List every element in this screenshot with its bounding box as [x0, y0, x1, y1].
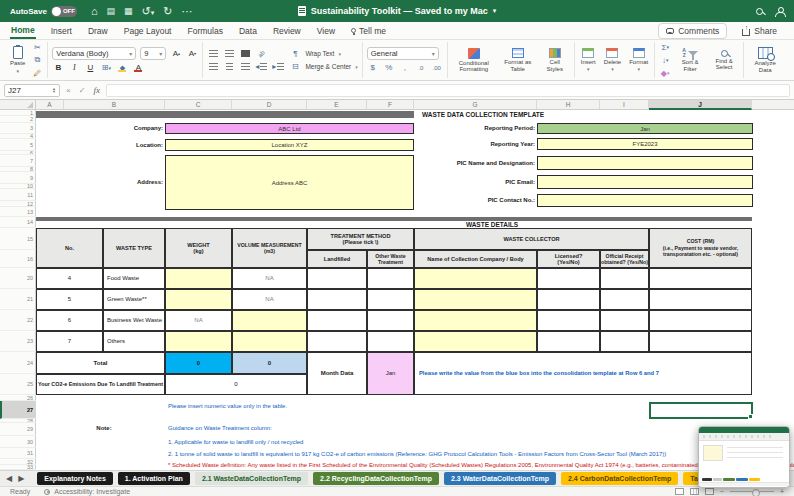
clear-button[interactable]: ◆▾ — [659, 68, 671, 79]
row-5-cost[interactable] — [649, 289, 752, 310]
fill-color-button[interactable]: ◆ — [116, 62, 128, 73]
row-4-landfilled[interactable] — [307, 268, 367, 289]
screenshot-thumbnail-preview[interactable] — [698, 426, 790, 488]
row-7-volume[interactable] — [232, 331, 307, 352]
row-7-weight[interactable] — [165, 331, 232, 352]
paste-button[interactable]: Paste▾ — [8, 45, 27, 75]
redo-icon[interactable]: ↻ — [163, 5, 172, 18]
save-icon[interactable]: ▤ — [107, 6, 116, 16]
row-6-receipt[interactable] — [600, 310, 649, 331]
row-7-landfilled[interactable] — [307, 331, 367, 352]
share-button[interactable]: Share — [735, 24, 784, 38]
font-size-select[interactable]: 9▾ — [140, 47, 166, 60]
find-select-button[interactable]: Find & Select — [709, 49, 739, 72]
row-4-other-treatment[interactable] — [367, 268, 414, 289]
ribbon-tab-home[interactable]: Home — [10, 23, 36, 39]
align-bottom-icon[interactable] — [239, 48, 251, 59]
cancel-entry-icon[interactable]: × — [66, 86, 71, 95]
row-5-weight[interactable] — [165, 289, 232, 310]
zoom-slider[interactable] — [730, 491, 774, 492]
row-7-receipt[interactable] — [600, 331, 649, 352]
row-6-collection-company[interactable] — [414, 310, 537, 331]
row-7-licensed[interactable] — [537, 331, 600, 352]
column-header-J[interactable]: J — [649, 100, 752, 110]
column-header-E[interactable]: E — [307, 100, 367, 110]
ribbon-tab-insert[interactable]: Insert — [50, 24, 73, 38]
row-6-no[interactable]: 6 — [36, 310, 103, 331]
sheet-tab-explanatory-notes[interactable]: Explanatory Notes — [37, 472, 112, 485]
fill-button[interactable]: ↓▾ — [659, 55, 671, 66]
row-5-licensed[interactable] — [537, 289, 600, 310]
row-5-waste-type[interactable]: Green Waste** — [103, 289, 165, 310]
search-icon[interactable] — [756, 8, 763, 15]
form-field-address-[interactable]: Address ABC — [165, 155, 414, 210]
sheet-tab-2-4-carbondatacollectiontemp[interactable]: 2.4 CarbonDataCollectionTemp — [561, 472, 678, 485]
tabs-scroll-left-icon[interactable]: ◀ — [6, 474, 12, 483]
insert-cells-button[interactable]: Insert▾ — [579, 47, 598, 74]
form-field-pic-contact-no-[interactable] — [537, 194, 753, 207]
page-layout-view-icon[interactable] — [690, 488, 699, 495]
align-right-icon[interactable] — [239, 61, 251, 72]
form-field-pic-name-and-designation-[interactable] — [537, 156, 753, 170]
row-4-waste-type[interactable]: Food Waste — [103, 268, 165, 289]
font-name-select[interactable]: Verdana (Body)▾ — [52, 47, 136, 60]
comments-button[interactable]: Comments — [658, 23, 727, 39]
form-field-reporting-year-[interactable]: FYE2023 — [537, 138, 753, 150]
row-5-receipt[interactable] — [600, 289, 649, 310]
select-all-corner[interactable] — [0, 100, 36, 110]
number-format-select[interactable]: General▾ — [367, 47, 439, 60]
zoom-in-icon[interactable]: + — [780, 488, 784, 495]
format-as-table-button[interactable]: Format as Table — [500, 47, 536, 73]
conditional-formatting-button[interactable]: Conditional Formatting — [452, 47, 496, 74]
row-7-collection-company[interactable] — [414, 331, 537, 352]
row-7-no[interactable]: 7 — [36, 331, 103, 352]
merge-center-button[interactable]: ⊟ Merge & Center▾ — [289, 61, 357, 72]
column-header-I[interactable]: I — [600, 100, 649, 110]
formula-input[interactable] — [106, 84, 790, 97]
row-7-cost[interactable] — [649, 331, 752, 352]
row-6-volume[interactable] — [232, 310, 307, 331]
ribbon-tab-data[interactable]: Data — [238, 24, 258, 38]
analyze-data-button[interactable]: Analyze Data — [748, 46, 782, 74]
orientation-icon[interactable]: ab — [253, 45, 269, 61]
ribbon-tab-tell-me[interactable]: Tell me — [350, 24, 387, 38]
format-painter-button[interactable]: 🖉 — [31, 68, 43, 79]
row-4-volume[interactable]: NA — [232, 268, 307, 289]
sheet-tab-1-activation-plan[interactable]: 1. Activation Plan — [118, 472, 190, 485]
insert-function-icon[interactable]: fx — [93, 85, 100, 95]
align-center-icon[interactable] — [223, 61, 235, 72]
format-cells-button[interactable]: Format▾ — [627, 47, 650, 74]
ribbon-tab-page-layout[interactable]: Page Layout — [123, 24, 173, 38]
tabs-scroll-right-icon[interactable]: ▶ — [18, 474, 24, 483]
column-header-B[interactable]: B — [64, 100, 165, 110]
form-field-pic-email-[interactable] — [537, 175, 753, 189]
undo-icon[interactable]: ↺▾ — [142, 5, 155, 18]
column-header-G[interactable]: G — [414, 100, 537, 110]
grow-font-button[interactable]: A▴ — [170, 48, 182, 59]
selected-cell-J27[interactable] — [649, 402, 753, 419]
accessibility-status[interactable]: Accessibility: Investigate — [44, 488, 130, 495]
sheet-tab-2-1-wastedatacollectiontemp[interactable]: 2.1 WasteDataCollectionTemp — [195, 472, 308, 485]
zoom-out-icon[interactable]: − — [720, 488, 724, 495]
row-6-other-treatment[interactable] — [367, 310, 414, 331]
cell-styles-button[interactable]: Cell Styles — [540, 47, 570, 73]
confirm-entry-icon[interactable]: ✓ — [79, 86, 86, 95]
row-6-waste-type[interactable]: Business Wet Waste — [103, 310, 165, 331]
page-break-view-icon[interactable] — [705, 488, 714, 495]
name-box-stepper[interactable]: ▲▼ — [52, 87, 56, 94]
sheet-tab-2-3-waterdatacollectiontemp[interactable]: 2.3 WaterDataCollectionTemp — [444, 472, 556, 485]
row-5-volume[interactable]: NA — [232, 289, 307, 310]
row-5-other-treatment[interactable] — [367, 289, 414, 310]
copy-button[interactable]: ⧉ — [31, 55, 43, 66]
wrap-text-button[interactable]: ¶ Wrap Text▾ — [289, 48, 357, 59]
decrease-decimal-button[interactable]: .00 — [431, 62, 443, 73]
increase-decimal-button[interactable]: .0 — [415, 62, 427, 73]
row-5-no[interactable]: 5 — [36, 289, 103, 310]
shrink-font-button[interactable]: A▾ — [186, 48, 198, 59]
print-icon[interactable]: ▦ — [124, 6, 133, 16]
comma-style-button[interactable]: , — [399, 62, 411, 73]
autosum-button[interactable]: Σ▾ — [659, 42, 671, 53]
home-icon[interactable]: ⌂ — [91, 5, 98, 17]
align-top-icon[interactable] — [207, 48, 219, 59]
row-7-other-treatment[interactable] — [367, 331, 414, 352]
